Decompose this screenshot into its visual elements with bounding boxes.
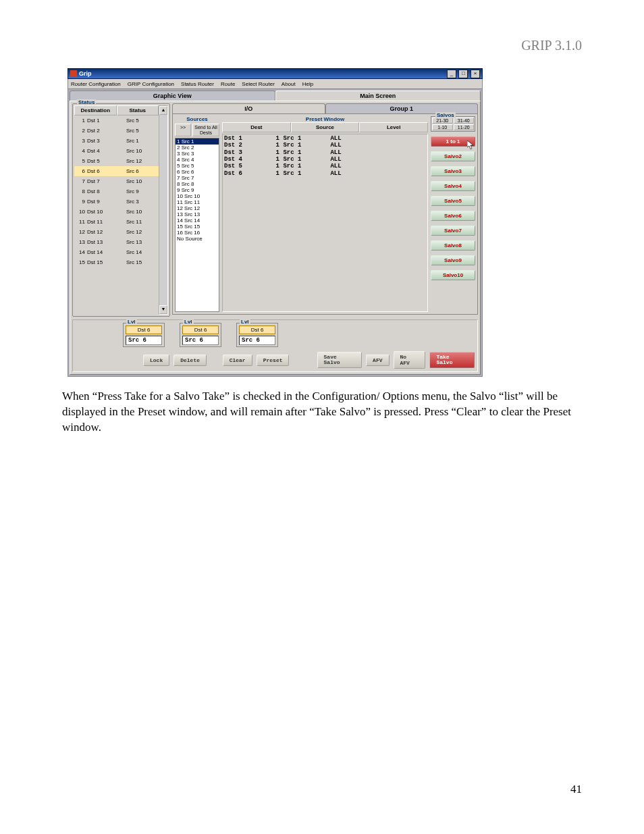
salvo-button[interactable]: Salvo7: [431, 226, 475, 236]
status-row[interactable]: 3Dst 3Src 1: [74, 136, 159, 146]
menu-item[interactable]: Router Configuration: [71, 81, 121, 87]
source-item[interactable]: 14 Src 14: [176, 217, 219, 224]
preset-row[interactable]: Dst 41 Src 1ALL: [224, 156, 426, 163]
status-row[interactable]: 8Dst 8Src 9: [74, 186, 159, 197]
menu-item[interactable]: Route: [221, 81, 235, 87]
source-item[interactable]: 4 Src 4: [176, 157, 219, 163]
source-item[interactable]: 11 Src 11: [176, 199, 219, 205]
send-button[interactable]: >>: [175, 124, 191, 136]
maximize-icon[interactable]: □: [458, 70, 468, 78]
preset-header-source[interactable]: Source: [291, 122, 360, 132]
sources-title: Sources: [175, 116, 219, 122]
lvl-dst[interactable]: Dst 6: [239, 325, 275, 334]
source-item[interactable]: 3 Src 3: [176, 151, 219, 157]
tab-io[interactable]: I/O: [172, 103, 325, 113]
take-salvo-button[interactable]: Take Salvo: [429, 352, 475, 368]
preset-row[interactable]: Dst 11 Src 1ALL: [224, 135, 426, 142]
afv-button[interactable]: AFV: [366, 355, 389, 366]
clear-button[interactable]: Clear: [223, 355, 252, 366]
body-text: When “Press Take for a Salvo Take” is ch…: [62, 389, 582, 436]
preset-title: Preset Window: [222, 116, 428, 122]
save-salvo-button[interactable]: Save Salvo: [317, 352, 363, 368]
source-item[interactable]: 12 Src 12: [176, 205, 219, 211]
lvl-src[interactable]: Src 6: [239, 336, 275, 345]
preset-row[interactable]: Dst 31 Src 1ALL: [224, 149, 426, 156]
minimize-icon[interactable]: _: [447, 70, 456, 78]
preset-row[interactable]: Dst 21 Src 1ALL: [224, 142, 426, 149]
menu-item[interactable]: GRIP Configuration: [128, 81, 174, 87]
salvo-button[interactable]: Salvo9: [431, 255, 475, 265]
status-row[interactable]: 13Dst 13Src 13: [74, 237, 159, 247]
source-item[interactable]: 16 Src 16: [176, 230, 219, 236]
lvl-dst[interactable]: Dst 6: [126, 325, 162, 334]
status-list[interactable]: 1Dst 1Src 52Dst 2Src 53Dst 3Src 14Dst 4S…: [74, 115, 159, 305]
status-row[interactable]: 2Dst 2Src 5: [74, 126, 159, 136]
salvo-button[interactable]: Salvo8: [431, 240, 475, 251]
no-afv-button[interactable]: No AFV: [394, 351, 426, 369]
status-row[interactable]: 4Dst 4Src 10: [74, 146, 159, 156]
source-item[interactable]: No Source: [176, 236, 219, 242]
lvl-box: Lvl Dst 6 Src 6: [236, 323, 278, 347]
window-titlebar: Grip _ □ ×: [68, 68, 483, 79]
status-scrollbar[interactable]: ▲ ▼: [159, 105, 168, 315]
salvo-button[interactable]: Salvo3: [431, 166, 475, 176]
status-row[interactable]: 15Dst 15Src 15: [74, 257, 159, 267]
salvos-panel: Salvos 21-3031-401-1011-20 1 to 1Salvo2S…: [431, 116, 475, 312]
lock-button[interactable]: Lock: [143, 355, 169, 366]
salvo-button[interactable]: Salvo5: [431, 196, 475, 206]
salvo-range-button[interactable]: 1-10: [432, 124, 453, 130]
salvo-button[interactable]: Salvo10: [431, 270, 475, 280]
salvo-button[interactable]: 1 to 1: [431, 136, 475, 147]
status-row[interactable]: 1Dst 1Src 5: [74, 115, 159, 126]
lvl-src[interactable]: Src 6: [126, 336, 162, 345]
preset-row[interactable]: Dst 61 Src 1ALL: [224, 170, 426, 177]
send-to-all-button[interactable]: Send to All Dests: [192, 124, 219, 136]
salvo-range-button[interactable]: 11-20: [454, 124, 475, 130]
lvl-dst[interactable]: Dst 6: [182, 325, 219, 334]
status-row[interactable]: 10Dst 10Src 10: [74, 207, 159, 217]
status-row[interactable]: 5Dst 5Src 12: [74, 156, 159, 166]
sources-list[interactable]: 1 Src 12 Src 23 Src 34 Src 45 Src 56 Src…: [175, 138, 219, 312]
status-row[interactable]: 12Dst 12Src 12: [74, 227, 159, 237]
source-item[interactable]: 15 Src 15: [176, 224, 219, 230]
status-row[interactable]: 7Dst 7Src 10: [74, 176, 159, 186]
salvo-button[interactable]: Salvo2: [431, 151, 475, 161]
close-icon[interactable]: ×: [471, 70, 480, 78]
source-item[interactable]: 7 Src 7: [176, 175, 219, 181]
source-item[interactable]: 13 Src 13: [176, 211, 219, 217]
salvo-range-button[interactable]: 21-30: [432, 118, 453, 124]
status-header-dest[interactable]: Destination: [74, 105, 117, 115]
status-row[interactable]: 9Dst 9Src 3: [74, 197, 159, 207]
screenshot: Grip _ □ × Router Configuration GRIP Con…: [68, 68, 483, 377]
status-row[interactable]: 6Dst 6Src 6: [74, 166, 159, 176]
delete-button[interactable]: Delete: [173, 355, 207, 366]
status-row[interactable]: 11Dst 11Src 11: [74, 217, 159, 227]
lvl-src[interactable]: Src 6: [182, 336, 219, 345]
preset-row[interactable]: Dst 51 Src 1ALL: [224, 163, 426, 170]
status-row[interactable]: 14Dst 14Src 14: [74, 247, 159, 257]
preset-button[interactable]: Preset: [257, 355, 290, 366]
source-item[interactable]: 2 Src 2: [176, 145, 219, 151]
preset-header-level[interactable]: Level: [359, 122, 428, 132]
source-item[interactable]: 1 Src 1: [176, 138, 219, 145]
status-header-stat[interactable]: Status: [117, 105, 159, 115]
source-item[interactable]: 9 Src 9: [176, 187, 219, 193]
source-item[interactable]: 5 Src 5: [176, 163, 219, 169]
preset-list[interactable]: Dst 11 Src 1ALLDst 21 Src 1ALLDst 31 Src…: [222, 134, 428, 312]
salvo-button[interactable]: Salvo6: [431, 211, 475, 221]
scroll-down-icon[interactable]: ▼: [159, 305, 167, 314]
source-item[interactable]: 8 Src 8: [176, 181, 219, 187]
status-group-title: Status: [77, 99, 96, 105]
salvo-range-button[interactable]: 31-40: [454, 118, 475, 124]
preset-header-dest[interactable]: Dest: [222, 122, 291, 132]
tab-main-screen[interactable]: Main Screen: [275, 90, 481, 101]
menu-item[interactable]: Help: [302, 81, 313, 87]
tab-graphic-view[interactable]: Graphic View: [70, 90, 275, 101]
source-item[interactable]: 10 Src 10: [176, 193, 219, 199]
scroll-up-icon[interactable]: ▲: [159, 106, 167, 115]
menu-item[interactable]: Select Router: [242, 81, 274, 87]
menu-item[interactable]: Status Router: [181, 81, 214, 87]
source-item[interactable]: 6 Src 6: [176, 169, 219, 175]
salvo-button[interactable]: Salvo4: [431, 181, 475, 191]
menu-item[interactable]: About: [281, 81, 296, 87]
